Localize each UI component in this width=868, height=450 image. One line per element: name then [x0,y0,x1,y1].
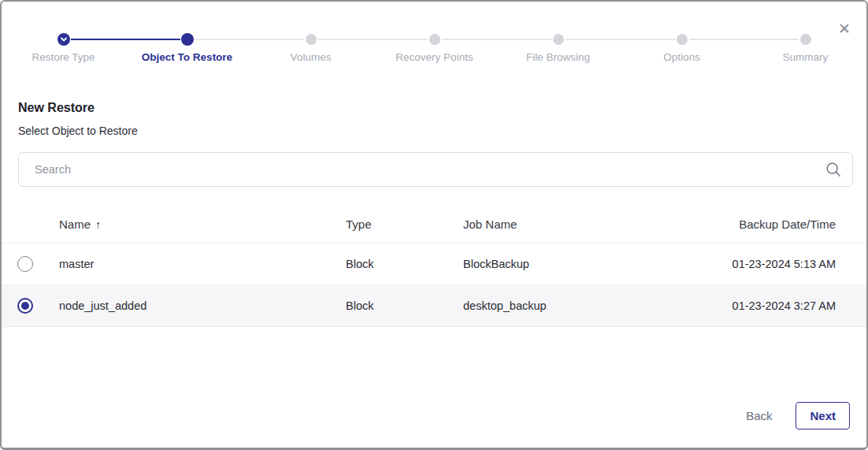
search-icon[interactable] [825,161,842,178]
page-subtitle: Select Object to Restore [18,125,138,137]
sort-ascending-icon[interactable]: ↑ [95,218,101,231]
column-header-backup-datetime[interactable]: Backup Date/Time [710,218,866,231]
step-label: Options [663,51,700,63]
radio-selected[interactable] [17,298,33,314]
cell-name: node_just_added [43,299,330,312]
step-dot-icon [553,34,564,45]
cell-job-name: desktop_backup [447,299,710,312]
step-options[interactable]: Options [620,33,744,63]
cell-name: master [43,258,330,270]
step-recovery-points[interactable]: Recovery Points [373,33,496,63]
cell-backup-datetime: 01-23-2024 5:13 AM [710,258,866,270]
cell-job-name: BlockBackup [447,258,710,270]
new-restore-dialog: ✕ Restore Type Object To Restore Volumes… [0,0,868,450]
radio-unselected[interactable] [17,256,33,272]
step-dot-icon [677,34,688,45]
step-file-browsing[interactable]: File Browsing [496,33,620,63]
next-button[interactable]: Next [796,402,850,430]
step-completed-check-icon [57,33,70,46]
step-label: File Browsing [526,51,590,63]
cell-type: Block [330,299,447,312]
step-object-to-restore[interactable]: Object To Restore [125,33,249,63]
search-bar [18,152,853,187]
step-active-dot-icon [181,33,194,46]
table-header-row: Name↑ Type Job Name Backup Date/Time [2,206,866,244]
column-header-type[interactable]: Type [330,218,447,231]
step-label: Object To Restore [142,51,232,63]
step-dot-icon [306,34,317,45]
step-volumes[interactable]: Volumes [249,33,373,63]
cell-type: Block [330,258,447,270]
step-label: Restore Type [32,51,95,63]
table-row[interactable]: master Block BlockBackup 01-23-2024 5:13… [2,244,866,285]
back-button[interactable]: Back [746,409,772,422]
column-header-name[interactable]: Name↑ [43,218,330,231]
step-dot-icon [429,34,440,45]
wizard-footer: Back Next [746,402,850,430]
column-header-job-name[interactable]: Job Name [447,218,710,231]
wizard-stepper: Restore Type Object To Restore Volumes R… [2,33,867,63]
step-dot-icon [800,34,811,45]
page-title: New Restore [18,101,95,115]
table-row[interactable]: node_just_added Block desktop_backup 01-… [2,285,866,327]
step-restore-type[interactable]: Restore Type [2,33,125,63]
search-input[interactable] [18,152,853,187]
step-summary[interactable]: Summary [744,33,867,63]
step-label: Recovery Points [395,51,473,63]
objects-table: Name↑ Type Job Name Backup Date/Time mas… [2,206,866,327]
step-label: Summary [783,51,829,63]
step-label: Volumes [291,51,332,63]
cell-backup-datetime: 01-23-2024 3:27 AM [710,299,866,312]
